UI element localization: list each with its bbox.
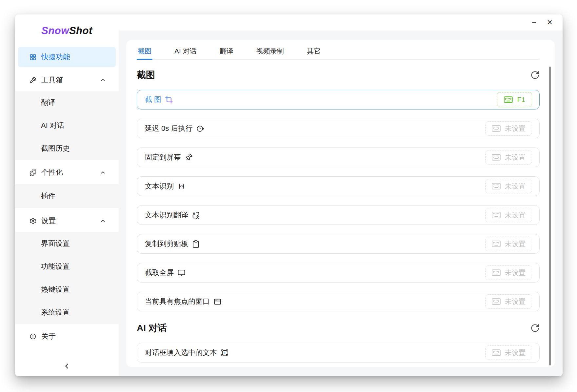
ocr-icon: OCR xyxy=(177,182,186,190)
sidebar-item-settings[interactable]: 设置 xyxy=(18,211,116,231)
clipboard-icon xyxy=(192,240,200,248)
hotkey-row-pin-to-screen[interactable]: 固定到屏幕 未设置 xyxy=(137,147,540,167)
tab-screenshot[interactable]: 截图 xyxy=(137,43,152,59)
hotkey-button-unset[interactable]: 未设置 xyxy=(485,294,532,309)
section-header-screenshot: 截图 xyxy=(137,69,540,81)
hotkey-row-screenshot[interactable]: 截 图 F1 xyxy=(137,90,540,109)
hotkey-button-unset[interactable]: 未设置 xyxy=(485,345,532,360)
vertical-scrollbar[interactable] xyxy=(549,67,551,365)
sidebar-item-label: 快捷功能 xyxy=(41,52,70,62)
tab-video-record[interactable]: 视频录制 xyxy=(255,43,285,59)
titlebar: − × xyxy=(119,14,563,30)
keyboard-icon xyxy=(492,269,501,276)
hotkey-label: 未设置 xyxy=(505,153,526,162)
hotkey-button-unset[interactable]: 未设置 xyxy=(485,121,532,136)
row-label-text: 固定到屏幕 xyxy=(145,152,181,162)
sidebar-item-hotkey-settings[interactable]: 热键设置 xyxy=(15,278,119,301)
toolbox-submenu: 翻译 AI 对话 截图历史 xyxy=(15,91,119,160)
svg-text:A: A xyxy=(193,212,195,216)
sidebar-item-quick-functions[interactable]: 快捷功能 xyxy=(18,47,116,67)
chevron-up-icon[interactable] xyxy=(100,169,106,175)
app-window: SnowShot 快捷功能 工具箱 翻译 AI 对话 截图历史 xyxy=(15,14,563,376)
hotkey-row-fill-selected-text[interactable]: 对话框填入选中的文本 T 未设置 xyxy=(137,343,540,363)
sidebar-item-ai-chat[interactable]: AI 对话 xyxy=(15,114,119,137)
close-button[interactable]: × xyxy=(544,17,555,28)
section-title: 截图 xyxy=(137,69,155,81)
translate-icon: A文 xyxy=(192,211,200,219)
hotkey-row-copy-clipboard[interactable]: 复制到剪贴板 未设置 xyxy=(137,234,540,254)
sidebar-item-plugins[interactable]: 插件 xyxy=(15,184,119,208)
row-label-text: 文本识别 xyxy=(145,181,174,191)
grid-icon xyxy=(30,54,36,61)
tab-translate[interactable]: 翻译 xyxy=(219,43,234,59)
minimize-button[interactable]: − xyxy=(528,17,540,28)
sidebar-item-translate[interactable]: 翻译 xyxy=(15,91,119,114)
keyboard-icon xyxy=(492,125,501,132)
sidebar: SnowShot 快捷功能 工具箱 翻译 AI 对话 截图历史 xyxy=(15,14,119,376)
chevron-up-icon[interactable] xyxy=(100,77,106,83)
hotkey-row-focused-window[interactable]: 当前具有焦点的窗口 未设置 xyxy=(137,292,540,311)
sidebar-item-toolbox[interactable]: 工具箱 xyxy=(18,70,116,90)
hotkey-button-f1[interactable]: F1 xyxy=(497,92,532,107)
chevron-left-icon[interactable] xyxy=(63,362,71,370)
wrench-icon xyxy=(30,77,36,84)
refresh-icon[interactable] xyxy=(530,323,540,333)
hotkey-row-ocr-translate[interactable]: 文本识别翻译 A文 未设置 xyxy=(137,205,540,225)
row-label-text: 对话框填入选中的文本 xyxy=(145,348,217,358)
keyboard-icon xyxy=(492,183,501,190)
keyboard-icon xyxy=(492,298,501,305)
row-label-text: 截取全屏 xyxy=(145,268,174,278)
gear-icon xyxy=(30,218,36,225)
keyboard-icon xyxy=(492,154,501,161)
sidebar-item-system-settings[interactable]: 系统设置 xyxy=(15,301,119,324)
row-label-text: 文本识别翻译 xyxy=(145,210,188,220)
hotkey-label: 未设置 xyxy=(505,239,526,248)
sidebar-item-about[interactable]: 关于 xyxy=(18,326,116,346)
hotkey-button-unset[interactable]: 未设置 xyxy=(485,208,532,222)
app-window-icon xyxy=(213,298,222,306)
section-header-ai-chat: AI 对话 xyxy=(137,323,540,334)
row-label-text: 截 图 xyxy=(145,95,161,105)
row-label-text: 当前具有焦点的窗口 xyxy=(145,297,210,306)
hotkey-button-unset[interactable]: 未设置 xyxy=(485,237,532,251)
sidebar-item-ui-settings[interactable]: 界面设置 xyxy=(15,232,119,255)
app-logo: SnowShot xyxy=(15,14,119,47)
hotkey-label: 未设置 xyxy=(505,268,526,277)
hotkey-label: F1 xyxy=(517,96,525,104)
hotkey-label: 未设置 xyxy=(505,210,526,220)
hotkey-row-fullscreen[interactable]: 截取全屏 未设置 xyxy=(137,263,540,283)
chevron-up-icon[interactable] xyxy=(100,218,106,224)
row-label-text: 复制到剪贴板 xyxy=(145,239,188,249)
keyboard-icon xyxy=(492,211,501,219)
text-selection-icon: T xyxy=(221,349,229,357)
sidebar-item-personalize[interactable]: 个性化 xyxy=(18,162,116,183)
keyboard-icon xyxy=(504,96,513,103)
row-label-text: 延迟 0s 后执行 xyxy=(145,124,192,133)
main-area: − × 截图 AI 对话 翻译 视频录制 其它 截图 截 图 xyxy=(119,14,563,376)
tab-ai-chat[interactable]: AI 对话 xyxy=(173,43,198,59)
monitor-icon xyxy=(177,269,186,277)
pushpin-icon xyxy=(185,153,193,162)
hotkey-button-unset[interactable]: 未设置 xyxy=(485,179,532,193)
hotkey-button-unset[interactable]: 未设置 xyxy=(485,265,532,280)
sidebar-item-label: 个性化 xyxy=(41,167,63,177)
hotkey-label: 未设置 xyxy=(505,124,526,133)
logo-snow: Snow xyxy=(41,25,69,37)
puzzle-icon xyxy=(30,169,36,176)
keyboard-icon xyxy=(492,349,501,356)
hotkey-row-ocr[interactable]: 文本识别 OCR 未设置 xyxy=(137,176,540,196)
sidebar-footer xyxy=(15,362,119,376)
hotkey-row-delay[interactable]: 延迟 0s 后执行 未设置 xyxy=(137,119,540,138)
hotkey-label: 未设置 xyxy=(505,182,526,191)
info-icon xyxy=(30,333,36,340)
sidebar-item-feature-settings[interactable]: 功能设置 xyxy=(15,255,119,278)
personalize-submenu: 插件 xyxy=(15,184,119,208)
svg-text:OCR: OCR xyxy=(179,185,184,188)
sidebar-item-label: 关于 xyxy=(41,331,56,341)
sidebar-item-screenshot-history[interactable]: 截图历史 xyxy=(15,137,119,160)
hotkey-label: 未设置 xyxy=(505,297,526,306)
logo-shot: Shot xyxy=(69,25,92,37)
hotkey-button-unset[interactable]: 未设置 xyxy=(485,150,532,165)
refresh-icon[interactable] xyxy=(530,70,540,80)
tab-other[interactable]: 其它 xyxy=(306,43,322,59)
